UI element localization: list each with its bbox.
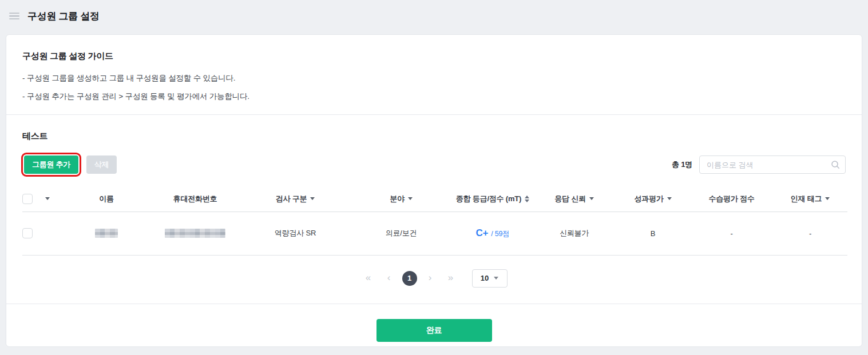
filter-caret-icon — [408, 197, 413, 200]
cell-test-type: 역량검사 SR — [241, 212, 350, 255]
column-header-phone: 휴대전화번호 — [149, 186, 241, 212]
pagination-current-page[interactable]: 1 — [402, 271, 417, 286]
row-checkbox[interactable] — [22, 228, 33, 238]
group-name: 테스트 — [22, 131, 846, 142]
guide-bullet-1: - 구성원 그룹을 생성하고 그룹 내 구성원을 설정할 수 있습니다. — [22, 73, 846, 83]
filter-caret-icon — [825, 197, 830, 200]
column-header-name: 이름 — [64, 186, 149, 212]
search-input[interactable] — [699, 155, 846, 174]
page-title: 구성원 그룹 설정 — [27, 10, 100, 23]
total-count-label: 총 1명 — [672, 159, 692, 170]
select-all-dropdown-icon[interactable] — [45, 197, 50, 200]
delete-button: 삭제 — [86, 155, 117, 174]
page-size-select[interactable]: 10 — [472, 269, 508, 288]
table-row[interactable]: 역량검사 SR 의료/보건 C+/ 59점 신뢰불가 B - - — [22, 212, 847, 255]
filter-caret-icon — [667, 197, 672, 200]
column-header-performance[interactable]: 성과평가 — [616, 186, 690, 212]
search-icon[interactable] — [831, 160, 840, 169]
redacted-name — [95, 229, 118, 238]
pagination-next-button[interactable]: › — [423, 271, 438, 286]
menu-hamburger-icon[interactable] — [9, 13, 19, 19]
column-header-grade-score[interactable]: 종합 등급/점수 (mT) — [453, 186, 533, 212]
filter-caret-icon — [589, 197, 594, 200]
complete-button[interactable]: 완료 — [376, 319, 492, 342]
guide-section: 구성원 그룹 설정 가이드 - 구성원 그룹을 생성하고 그룹 내 구성원을 설… — [6, 35, 862, 115]
table-header-row: 이름 휴대전화번호 검사 구분 분야 종합 등급/점수 (mT) 응답 신뢰 성… — [22, 186, 847, 212]
add-group-member-button[interactable]: 그룹원 추가 — [24, 155, 78, 174]
column-header-field[interactable]: 분야 — [350, 186, 453, 212]
main-card: 구성원 그룹 설정 가이드 - 구성원 그룹을 생성하고 그룹 내 구성원을 설… — [6, 34, 862, 347]
pagination: « ‹ 1 › » 10 — [22, 269, 846, 288]
cell-performance: B — [616, 212, 690, 255]
top-header: 구성원 그룹 설정 — [0, 0, 868, 32]
cell-talent-tag: - — [773, 212, 847, 255]
guide-title: 구성원 그룹 설정 가이드 — [22, 51, 846, 62]
select-all-checkbox[interactable] — [22, 194, 33, 204]
guide-bullet-2: - 구성원 추가는 구성원 관리 > 구성원 등록 및 평가에서 가능합니다. — [22, 91, 846, 102]
cell-grade-score[interactable]: C+/ 59점 — [453, 212, 533, 255]
cell-probation-score: - — [690, 212, 773, 255]
cell-field: 의료/보건 — [350, 212, 453, 255]
redacted-phone — [165, 229, 225, 238]
pagination-first-button[interactable]: « — [361, 271, 376, 286]
column-header-talent-tag[interactable]: 인재 태그 — [773, 186, 847, 212]
filter-caret-icon — [310, 197, 315, 200]
controls-row: 그룹원 추가 삭제 총 1명 — [22, 155, 846, 174]
column-header-response-reliability[interactable]: 응답 신뢰 — [533, 186, 616, 212]
pagination-prev-button[interactable]: ‹ — [382, 271, 397, 286]
chevron-down-icon — [494, 277, 498, 280]
pagination-last-button[interactable]: » — [443, 271, 458, 286]
sort-icon — [525, 196, 529, 202]
card-footer: 완료 — [6, 304, 862, 355]
group-section: 테스트 그룹원 추가 삭제 총 1명 — [6, 115, 862, 304]
search-box — [699, 155, 846, 174]
column-header-probation-score: 수습평가 점수 — [690, 186, 773, 212]
column-header-test-type[interactable]: 검사 구분 — [241, 186, 350, 212]
cell-response-reliability: 신뢰불가 — [533, 212, 616, 255]
members-table: 이름 휴대전화번호 검사 구분 분야 종합 등급/점수 (mT) 응답 신뢰 성… — [22, 186, 847, 256]
